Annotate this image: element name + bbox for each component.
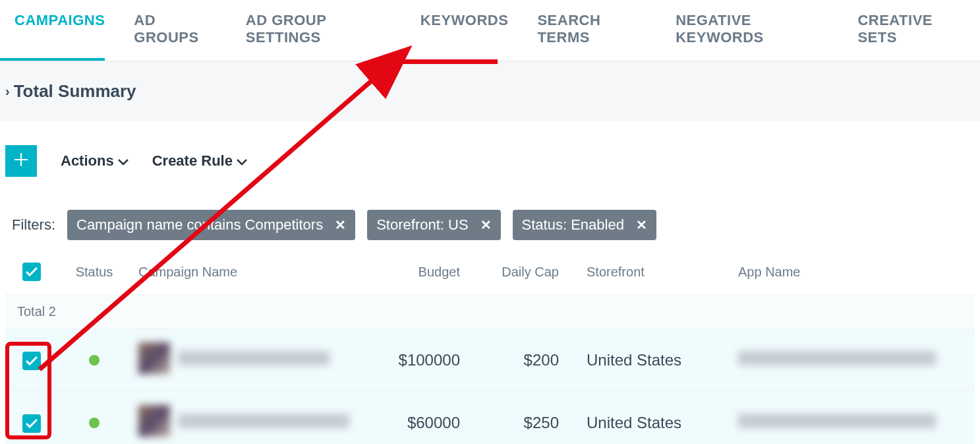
filter-chip-text: Storefront: US bbox=[376, 216, 468, 234]
cell-daily-cap: $200 bbox=[480, 329, 579, 392]
tab-ad-group-settings[interactable]: AD GROUP SETTINGS bbox=[231, 0, 406, 61]
chevron-down-icon bbox=[118, 152, 129, 170]
close-icon[interactable]: ✕ bbox=[335, 217, 346, 233]
campaign-name-redacted bbox=[138, 342, 330, 374]
filter-chip-storefront[interactable]: Storefront: US ✕ bbox=[367, 210, 500, 240]
actions-dropdown[interactable]: Actions bbox=[61, 152, 129, 170]
close-icon[interactable]: ✕ bbox=[480, 217, 492, 233]
col-header-storefront[interactable]: Storefront bbox=[579, 249, 730, 295]
status-enabled-icon bbox=[89, 355, 100, 365]
campaigns-table: Status Campaign Name Budget Daily Cap St… bbox=[0, 249, 980, 444]
filters-label: Filters: bbox=[12, 216, 55, 234]
status-enabled-icon bbox=[89, 418, 100, 428]
row-checkbox[interactable] bbox=[22, 414, 41, 433]
col-header-app-name[interactable]: App Name bbox=[730, 249, 975, 295]
tab-creative-sets[interactable]: CREATIVE SETS bbox=[843, 0, 980, 61]
col-header-daily-cap[interactable]: Daily Cap bbox=[480, 249, 579, 295]
summary-title-text: Total Summary bbox=[14, 81, 136, 102]
col-header-campaign-name[interactable]: Campaign Name bbox=[130, 249, 381, 295]
tab-negative-keywords[interactable]: NEGATIVE KEYWORDS bbox=[661, 0, 843, 61]
tab-search-terms[interactable]: SEARCH TERMS bbox=[523, 0, 661, 61]
campaign-name-redacted bbox=[138, 405, 349, 437]
filter-chip-campaign-name[interactable]: Campaign name contains Competitors ✕ bbox=[67, 210, 355, 240]
row-checkbox[interactable] bbox=[22, 352, 41, 370]
filters-row: Filters: Campaign name contains Competit… bbox=[0, 201, 980, 249]
table-row[interactable]: $100000 $200 United States bbox=[5, 329, 975, 392]
cell-budget: $60000 bbox=[381, 392, 480, 445]
table-header-row: Status Campaign Name Budget Daily Cap St… bbox=[5, 249, 975, 295]
toolbar: Actions Create Rule bbox=[0, 121, 980, 201]
summary-bar: › Total Summary bbox=[0, 61, 980, 121]
table-row[interactable]: $60000 $250 United States bbox=[5, 392, 975, 445]
cell-daily-cap: $250 bbox=[480, 392, 579, 445]
col-header-status[interactable]: Status bbox=[58, 249, 130, 295]
total-summary-toggle[interactable]: › Total Summary bbox=[5, 81, 975, 102]
chevron-down-icon bbox=[237, 152, 247, 170]
create-rule-label: Create Rule bbox=[152, 152, 233, 170]
cell-storefront: United States bbox=[579, 329, 730, 392]
filter-chip-text: Campaign name contains Competitors bbox=[76, 216, 323, 234]
select-all-checkbox[interactable] bbox=[22, 263, 41, 281]
add-button[interactable] bbox=[5, 145, 37, 177]
plus-icon bbox=[13, 152, 29, 170]
close-icon[interactable]: ✕ bbox=[636, 217, 647, 233]
table-total-row: Total 2 bbox=[5, 295, 975, 329]
filter-chip-status[interactable]: Status: Enabled ✕ bbox=[513, 210, 656, 240]
app-name-redacted bbox=[738, 414, 936, 428]
tabs-nav: CAMPAIGNS AD GROUPS AD GROUP SETTINGS KE… bbox=[0, 0, 980, 61]
cell-storefront: United States bbox=[579, 392, 730, 445]
tab-campaigns[interactable]: CAMPAIGNS bbox=[0, 0, 119, 61]
total-label: Total 2 bbox=[5, 295, 975, 329]
app-name-redacted bbox=[738, 351, 936, 365]
create-rule-dropdown[interactable]: Create Rule bbox=[152, 152, 247, 170]
actions-label: Actions bbox=[61, 152, 114, 170]
chevron-right-icon: › bbox=[5, 84, 10, 99]
cell-budget: $100000 bbox=[381, 329, 480, 392]
filter-chip-text: Status: Enabled bbox=[522, 216, 624, 234]
tab-keywords[interactable]: KEYWORDS bbox=[406, 0, 523, 61]
col-header-budget[interactable]: Budget bbox=[381, 249, 480, 295]
tab-ad-groups[interactable]: AD GROUPS bbox=[119, 0, 231, 61]
